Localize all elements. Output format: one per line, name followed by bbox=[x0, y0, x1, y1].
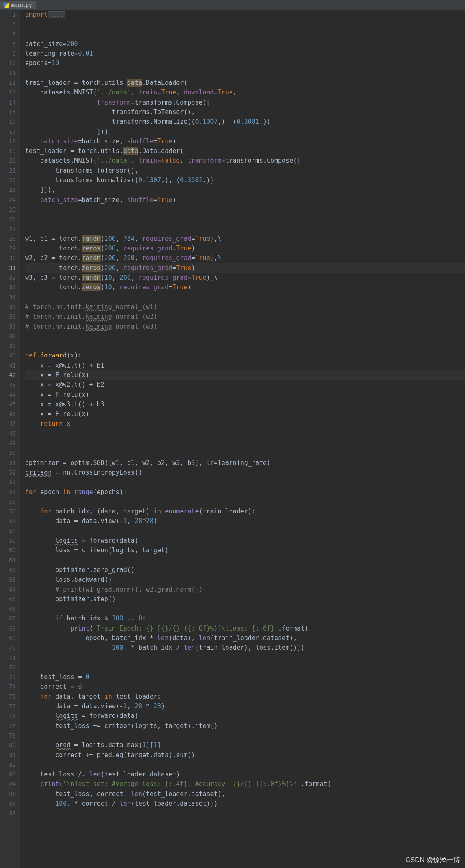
line-number: 40 bbox=[0, 351, 16, 360]
code-line[interactable] bbox=[25, 69, 465, 78]
line-number: 27 bbox=[0, 225, 16, 234]
code-line[interactable]: # torch.nn.init.kaiming_normal_(w1) bbox=[25, 302, 465, 312]
code-line[interactable]: # print(w1.grad.norm(), w2.grad.norm()) bbox=[25, 585, 465, 595]
code-line[interactable]: torch.zeros(10, requires_grad=True) bbox=[25, 283, 465, 292]
code-line[interactable]: x = x@w2.t() + b2 bbox=[25, 380, 465, 390]
code-line[interactable]: train_loader = torch.utils.data.DataLoad… bbox=[25, 78, 465, 88]
code-line[interactable] bbox=[25, 341, 465, 351]
code-line[interactable] bbox=[25, 760, 465, 770]
line-number: 46 bbox=[0, 409, 16, 419]
code-line[interactable] bbox=[25, 477, 465, 487]
code-line[interactable]: transforms.ToTensor(), bbox=[25, 107, 465, 117]
code-line[interactable]: logits = forward(data) bbox=[25, 711, 465, 721]
code-line[interactable]: loss = criteon(logits, target) bbox=[25, 546, 465, 555]
code-line[interactable]: data = data.view(-1, 28 * 28) bbox=[25, 702, 465, 711]
code-line[interactable]: batch_size=batch_size, shuffle=True) bbox=[25, 137, 465, 146]
code-line[interactable]: transforms.ToTensor(), bbox=[25, 166, 465, 176]
code-line[interactable] bbox=[25, 809, 465, 818]
code-line[interactable]: x = x@w3.t() + b3 bbox=[25, 400, 465, 409]
code-line[interactable] bbox=[25, 225, 465, 234]
code-line[interactable] bbox=[25, 30, 465, 39]
code-line[interactable] bbox=[25, 439, 465, 448]
line-number: 55 bbox=[0, 497, 16, 507]
code-line[interactable] bbox=[25, 293, 465, 302]
code-line[interactable]: for data, target in test_loader: bbox=[25, 692, 465, 702]
line-number: 15 bbox=[0, 107, 16, 117]
code-line[interactable] bbox=[25, 332, 465, 341]
code-line[interactable]: criteon = nn.CrossEntropyLoss() bbox=[25, 468, 465, 477]
code-line[interactable]: 100. * batch_idx / len(train_loader), lo… bbox=[25, 643, 465, 653]
code-line[interactable]: ])), bbox=[25, 127, 465, 137]
code-line[interactable]: 100. * correct / len(test_loader.dataset… bbox=[25, 799, 465, 809]
line-number: 18 bbox=[0, 137, 16, 146]
code-line[interactable]: batch_size=200 bbox=[25, 39, 465, 49]
code-line[interactable] bbox=[25, 448, 465, 458]
code-line[interactable]: x = F.relu(x) bbox=[25, 390, 465, 400]
code-line[interactable]: import ... bbox=[25, 10, 465, 20]
code-line[interactable] bbox=[25, 20, 465, 29]
code-line[interactable] bbox=[25, 604, 465, 614]
code-line[interactable]: x = F.relu(x) bbox=[25, 370, 465, 380]
code-line[interactable]: x = x@w1.t() + b1 bbox=[25, 361, 465, 370]
code-area[interactable]: import ...batch_size=200learning_rate=0.… bbox=[20, 10, 465, 868]
code-line[interactable]: torch.zeros(200, requires_grad=True) bbox=[25, 244, 465, 253]
code-line[interactable]: torch.zeros(200, requires_grad=True) bbox=[25, 263, 465, 273]
code-line[interactable]: test_loss = 0 bbox=[25, 672, 465, 682]
code-line[interactable]: correct = 0 bbox=[25, 682, 465, 692]
code-line[interactable]: logits = forward(data) bbox=[25, 536, 465, 546]
tab-bar: main.py bbox=[0, 0, 465, 10]
code-line[interactable]: for epoch in range(epochs): bbox=[25, 488, 465, 497]
code-line[interactable]: w3, b3 = torch.randn(10, 200, requires_g… bbox=[25, 273, 465, 283]
code-line[interactable]: datasets.MNIST('../data', train=False, t… bbox=[25, 156, 465, 166]
code-line[interactable]: w2, b2 = torch.randn(200, 200, requires_… bbox=[25, 253, 465, 263]
code-line[interactable]: for batch_idx, (data, target) in enumera… bbox=[25, 507, 465, 516]
code-line[interactable]: test_loss /= len(test_loader.dataset) bbox=[25, 770, 465, 779]
code-line[interactable] bbox=[25, 556, 465, 565]
code-line[interactable]: # torch.nn.init.kaiming_normal_(w2) bbox=[25, 312, 465, 322]
code-line[interactable]: test_loss, correct, len(test_loader.data… bbox=[25, 789, 465, 799]
code-line[interactable]: x = F.relu(x) bbox=[25, 409, 465, 419]
code-line[interactable]: print('\nTest set: Average loss: {:.4f},… bbox=[25, 779, 465, 789]
code-line[interactable]: learning_rate=0.01 bbox=[25, 49, 465, 59]
code-line[interactable]: def forward(x): bbox=[25, 351, 465, 360]
code-line[interactable] bbox=[25, 653, 465, 663]
code-line[interactable] bbox=[25, 497, 465, 507]
line-number: 28 bbox=[0, 234, 16, 244]
code-line[interactable] bbox=[25, 214, 465, 224]
code-line[interactable]: data = data.view(-1, 28*28) bbox=[25, 516, 465, 526]
code-line[interactable]: pred = logits.data.max(1)[1] bbox=[25, 740, 465, 750]
file-tab[interactable]: main.py bbox=[0, 1, 36, 9]
line-number: 85 bbox=[0, 789, 16, 799]
code-line[interactable] bbox=[25, 205, 465, 214]
code-line[interactable]: optimizer.zero_grad() bbox=[25, 565, 465, 575]
code-line[interactable]: correct += pred.eq(target.data).sum() bbox=[25, 751, 465, 760]
code-line[interactable]: w1, b1 = torch.randn(200, 784, requires_… bbox=[25, 234, 465, 244]
code-line[interactable]: epoch, batch_idx * len(data), len(train_… bbox=[25, 633, 465, 643]
code-line[interactable]: loss.backward() bbox=[25, 575, 465, 585]
code-line[interactable]: datasets.MNIST('../data', train=True, do… bbox=[25, 88, 465, 97]
code-line[interactable]: batch_size=batch_size, shuffle=True) bbox=[25, 195, 465, 205]
code-line[interactable]: optimizer = optim.SGD([w1, b1, w2, b2, w… bbox=[25, 458, 465, 468]
code-line[interactable]: transform=transforms.Compose([ bbox=[25, 98, 465, 107]
code-line[interactable] bbox=[25, 731, 465, 740]
code-line[interactable]: epochs=10 bbox=[25, 59, 465, 68]
code-line[interactable]: ])), bbox=[25, 185, 465, 195]
code-line[interactable]: # torch.nn.init.kaiming_normal_(w3) bbox=[25, 322, 465, 332]
code-line[interactable]: transforms.Normalize((0.1307,), (0.3081,… bbox=[25, 117, 465, 127]
line-number: 74 bbox=[0, 682, 16, 692]
code-line[interactable]: transforms.Normalize((0.1307,), (0.3081,… bbox=[25, 176, 465, 185]
code-line[interactable]: print('Train Epoch: {} [{}/{} ({:.0f}%)]… bbox=[25, 624, 465, 633]
code-line[interactable] bbox=[25, 429, 465, 439]
line-number: 12 bbox=[0, 78, 16, 88]
code-editor[interactable]: 1678910111213141516171819202122232425262… bbox=[0, 10, 465, 868]
code-line[interactable] bbox=[25, 526, 465, 536]
line-number: 24 bbox=[0, 195, 16, 205]
line-number: 7 bbox=[0, 30, 16, 39]
code-line[interactable]: if batch_idx % 100 == 0: bbox=[25, 614, 465, 623]
code-line[interactable]: test_loss += criteon(logits, target).ite… bbox=[25, 721, 465, 731]
code-line[interactable]: test_loader = torch.utils.data.DataLoade… bbox=[25, 146, 465, 156]
line-number: 57 bbox=[0, 516, 16, 526]
code-line[interactable]: return x bbox=[25, 419, 465, 429]
code-line[interactable]: optimizer.step() bbox=[25, 595, 465, 604]
code-line[interactable] bbox=[25, 663, 465, 672]
